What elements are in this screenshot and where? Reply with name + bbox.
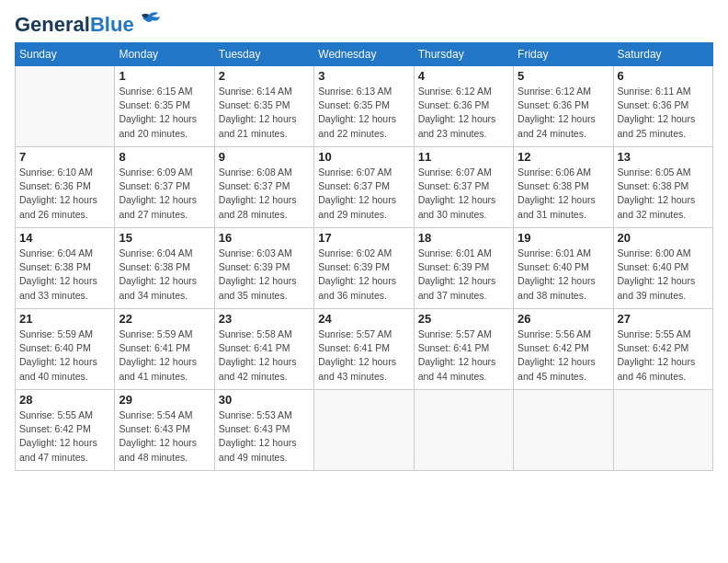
calendar-cell [514,390,613,471]
day-info: Sunrise: 6:08 AM Sunset: 6:37 PM Dayligh… [219,166,310,222]
calendar-cell: 13Sunrise: 6:05 AM Sunset: 6:38 PM Dayli… [613,147,712,228]
calendar-cell: 6Sunrise: 6:11 AM Sunset: 6:36 PM Daylig… [613,66,712,147]
logo-bird-icon [136,11,162,31]
day-info: Sunrise: 6:12 AM Sunset: 6:36 PM Dayligh… [518,85,609,141]
day-info: Sunrise: 5:55 AM Sunset: 6:42 PM Dayligh… [618,327,709,384]
calendar-week-row: 1Sunrise: 6:15 AM Sunset: 6:35 PM Daylig… [16,66,713,147]
day-info: Sunrise: 6:04 AM Sunset: 6:38 PM Dayligh… [19,247,110,303]
day-info: Sunrise: 6:15 AM Sunset: 6:35 PM Dayligh… [119,85,210,141]
calendar-table: SundayMondayTuesdayWednesdayThursdayFrid… [15,42,713,471]
day-info: Sunrise: 6:13 AM Sunset: 6:35 PM Dayligh… [318,85,409,141]
calendar-week-row: 28Sunrise: 5:55 AM Sunset: 6:42 PM Dayli… [16,390,713,471]
day-number: 24 [318,312,409,326]
weekday-header: Saturday [613,43,712,66]
calendar-cell [613,390,712,471]
calendar-cell [314,390,414,471]
day-info: Sunrise: 5:57 AM Sunset: 6:41 PM Dayligh… [318,327,409,384]
calendar-cell: 5Sunrise: 6:12 AM Sunset: 6:36 PM Daylig… [514,66,613,147]
weekday-header: Sunday [16,43,115,66]
day-number: 21 [19,312,110,326]
day-number: 6 [618,69,709,83]
day-info: Sunrise: 5:59 AM Sunset: 6:40 PM Dayligh… [19,327,110,384]
day-info: Sunrise: 5:59 AM Sunset: 6:41 PM Dayligh… [119,327,210,384]
day-info: Sunrise: 5:56 AM Sunset: 6:42 PM Dayligh… [518,327,609,384]
day-number: 14 [19,231,110,245]
day-info: Sunrise: 6:12 AM Sunset: 6:36 PM Dayligh… [418,85,509,141]
page-header: GeneralBlue [15,15,713,35]
weekday-header: Monday [115,43,214,66]
day-number: 25 [418,312,509,326]
calendar-header-row: SundayMondayTuesdayWednesdayThursdayFrid… [16,43,713,66]
calendar-cell: 21Sunrise: 5:59 AM Sunset: 6:40 PM Dayli… [16,309,115,390]
day-info: Sunrise: 6:07 AM Sunset: 6:37 PM Dayligh… [418,166,509,222]
day-info: Sunrise: 6:01 AM Sunset: 6:39 PM Dayligh… [418,247,509,303]
calendar-cell: 20Sunrise: 6:00 AM Sunset: 6:40 PM Dayli… [613,228,712,309]
calendar-cell: 19Sunrise: 6:01 AM Sunset: 6:40 PM Dayli… [514,228,613,309]
day-number: 10 [318,150,409,164]
calendar-cell: 24Sunrise: 5:57 AM Sunset: 6:41 PM Dayli… [314,309,414,390]
day-info: Sunrise: 6:10 AM Sunset: 6:36 PM Dayligh… [19,166,110,222]
day-info: Sunrise: 6:01 AM Sunset: 6:40 PM Dayligh… [518,247,609,303]
day-number: 22 [119,312,210,326]
day-info: Sunrise: 6:07 AM Sunset: 6:37 PM Dayligh… [318,166,409,222]
day-info: Sunrise: 6:04 AM Sunset: 6:38 PM Dayligh… [119,247,210,303]
calendar-cell: 23Sunrise: 5:58 AM Sunset: 6:41 PM Dayli… [214,309,313,390]
day-number: 12 [518,150,609,164]
calendar-week-row: 21Sunrise: 5:59 AM Sunset: 6:40 PM Dayli… [16,309,713,390]
day-number: 11 [418,150,509,164]
day-info: Sunrise: 6:05 AM Sunset: 6:38 PM Dayligh… [618,166,709,222]
weekday-header: Tuesday [214,43,313,66]
day-info: Sunrise: 6:09 AM Sunset: 6:37 PM Dayligh… [119,166,210,222]
calendar-cell: 27Sunrise: 5:55 AM Sunset: 6:42 PM Dayli… [613,309,712,390]
calendar-cell: 30Sunrise: 5:53 AM Sunset: 6:43 PM Dayli… [214,390,313,471]
calendar-cell: 9Sunrise: 6:08 AM Sunset: 6:37 PM Daylig… [214,147,313,228]
calendar-cell: 25Sunrise: 5:57 AM Sunset: 6:41 PM Dayli… [414,309,513,390]
day-info: Sunrise: 6:03 AM Sunset: 6:39 PM Dayligh… [219,247,310,303]
logo-text: GeneralBlue [15,15,134,35]
calendar-cell: 14Sunrise: 6:04 AM Sunset: 6:38 PM Dayli… [16,228,115,309]
day-number: 8 [119,150,210,164]
calendar-week-row: 14Sunrise: 6:04 AM Sunset: 6:38 PM Dayli… [16,228,713,309]
day-number: 18 [418,231,509,245]
calendar-cell [414,390,513,471]
calendar-cell: 17Sunrise: 6:02 AM Sunset: 6:39 PM Dayli… [314,228,414,309]
day-info: Sunrise: 6:14 AM Sunset: 6:35 PM Dayligh… [219,85,310,141]
calendar-cell: 3Sunrise: 6:13 AM Sunset: 6:35 PM Daylig… [314,66,414,147]
day-info: Sunrise: 6:11 AM Sunset: 6:36 PM Dayligh… [618,85,709,141]
day-number: 2 [219,69,310,83]
day-number: 16 [219,231,310,245]
day-number: 3 [318,69,409,83]
calendar-cell: 1Sunrise: 6:15 AM Sunset: 6:35 PM Daylig… [115,66,214,147]
day-number: 29 [119,393,210,407]
calendar-cell: 7Sunrise: 6:10 AM Sunset: 6:36 PM Daylig… [16,147,115,228]
day-info: Sunrise: 5:57 AM Sunset: 6:41 PM Dayligh… [418,327,509,384]
day-number: 1 [119,69,210,83]
calendar-cell: 11Sunrise: 6:07 AM Sunset: 6:37 PM Dayli… [414,147,513,228]
day-info: Sunrise: 5:55 AM Sunset: 6:42 PM Dayligh… [19,408,110,465]
day-number: 27 [618,312,709,326]
day-info: Sunrise: 6:06 AM Sunset: 6:38 PM Dayligh… [518,166,609,222]
day-number: 9 [219,150,310,164]
day-number: 28 [19,393,110,407]
calendar-cell: 26Sunrise: 5:56 AM Sunset: 6:42 PM Dayli… [514,309,613,390]
calendar-cell: 18Sunrise: 6:01 AM Sunset: 6:39 PM Dayli… [414,228,513,309]
calendar-cell: 15Sunrise: 6:04 AM Sunset: 6:38 PM Dayli… [115,228,214,309]
day-number: 20 [618,231,709,245]
day-number: 4 [418,69,509,83]
day-info: Sunrise: 5:54 AM Sunset: 6:43 PM Dayligh… [119,408,210,465]
day-number: 15 [119,231,210,245]
day-info: Sunrise: 6:02 AM Sunset: 6:39 PM Dayligh… [318,247,409,303]
calendar-cell: 12Sunrise: 6:06 AM Sunset: 6:38 PM Dayli… [514,147,613,228]
day-number: 5 [518,69,609,83]
calendar-cell: 8Sunrise: 6:09 AM Sunset: 6:37 PM Daylig… [115,147,214,228]
calendar-cell: 22Sunrise: 5:59 AM Sunset: 6:41 PM Dayli… [115,309,214,390]
day-number: 26 [518,312,609,326]
calendar-cell [16,66,115,147]
day-number: 13 [618,150,709,164]
calendar-cell: 2Sunrise: 6:14 AM Sunset: 6:35 PM Daylig… [214,66,313,147]
calendar-cell: 29Sunrise: 5:54 AM Sunset: 6:43 PM Dayli… [115,390,214,471]
day-info: Sunrise: 5:53 AM Sunset: 6:43 PM Dayligh… [219,408,310,465]
weekday-header: Thursday [414,43,513,66]
logo: GeneralBlue [15,15,162,35]
calendar-cell: 10Sunrise: 6:07 AM Sunset: 6:37 PM Dayli… [314,147,414,228]
